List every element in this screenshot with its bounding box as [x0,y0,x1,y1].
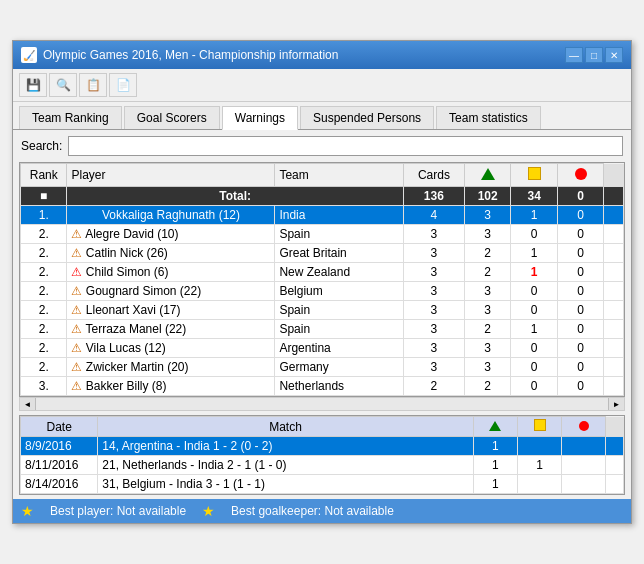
player-cell: ⚠ Catlin Nick (26) [67,244,275,263]
toolbar: 💾 🔍 📋 📄 [13,69,631,102]
bottom-col-match: Match [98,417,473,437]
cards-cell: 3 [403,339,464,358]
cards-cell: 3 [403,225,464,244]
red-cell: 0 [557,206,603,225]
yellow-cell: 0 [511,377,557,396]
table-row[interactable]: 2. ⚠ Terraza Manel (22) Spain 3 2 1 0 [21,320,624,339]
tab-goal-scorers[interactable]: Goal Scorers [124,106,220,129]
yellow-cell: 1 [511,244,557,263]
bottom-col-green [473,417,517,437]
col-rank-header: Rank [21,164,67,187]
team-cell: Great Britain [275,244,403,263]
search-input[interactable] [68,136,623,156]
table-row[interactable]: 2. ⚠ Gougnard Simon (22) Belgium 3 3 0 0 [21,282,624,301]
rank-cell: 2. [21,282,67,301]
status-bar: ★ Best player: Not available ★ Best goal… [13,499,631,523]
table-row[interactable]: 2. ⚠ Vila Lucas (12) Argentina 3 3 0 0 [21,339,624,358]
bottom-scroll [606,456,624,475]
table-row[interactable]: 2. ⚠ Child Simon (6) New Zealand 3 2 1 0 [21,263,624,282]
yellow-cell: 0 [511,301,557,320]
table-row[interactable]: 2. ⚠ Lleonart Xavi (17) Spain 3 3 0 0 [21,301,624,320]
table-row[interactable]: 3. ⚠ Bakker Billy (8) Netherlands 2 2 0 … [21,377,624,396]
red-cell: 0 [557,244,603,263]
bottom-match: 21, Netherlands - India 2 - 1 (1 - 0) [98,456,473,475]
bottom-col-date: Date [21,417,98,437]
total-label: Total: [67,187,403,206]
close-button[interactable]: ✕ [605,47,623,63]
col-green-header [464,164,510,187]
tab-team-ranking[interactable]: Team Ranking [19,106,122,129]
rank-cell: 2. [21,301,67,320]
player-cell: Vokkaliga Raghunath (12) [67,206,275,225]
search-button[interactable]: 🔍 [49,73,77,97]
team-cell: Spain [275,225,403,244]
rank-cell: 2. [21,225,67,244]
star-icon-2: ★ [202,503,215,519]
scroll-cell [604,301,624,320]
player-cell: ⚠ Gougnard Simon (22) [67,282,275,301]
red-cell: 0 [557,358,603,377]
green-cell: 3 [464,301,510,320]
maximize-button[interactable]: □ [585,47,603,63]
bottom-date: 8/9/2016 [21,437,98,456]
col-cards-header: Cards [403,164,464,187]
table-row[interactable]: 2. ⚠ Zwicker Martin (20) Germany 3 3 0 0 [21,358,624,377]
team-cell: Spain [275,301,403,320]
scroll-cell [604,206,624,225]
table-row[interactable]: 2. ⚠ Catlin Nick (26) Great Britain 3 2 … [21,244,624,263]
save-button[interactable]: 💾 [19,73,47,97]
cards-cell: 3 [403,358,464,377]
main-window: 🏑 Olympic Games 2016, Men - Championship… [12,40,632,524]
minimize-button[interactable]: — [565,47,583,63]
team-cell: Belgium [275,282,403,301]
tab-bar: Team Ranking Goal Scorers Warnings Suspe… [13,102,631,130]
green-cell: 2 [464,320,510,339]
rank-cell: 2. [21,263,67,282]
cards-cell: 3 [403,263,464,282]
bottom-yellow: 1 [517,456,561,475]
green-cell: 3 [464,206,510,225]
scroll-cell [604,358,624,377]
bottom-yellow [517,437,561,456]
best-player-text: Best player: Not available [50,504,186,518]
total-expand: ■ [21,187,67,206]
player-cell: ⚠ Child Simon (6) [67,263,275,282]
h-scrollbar[interactable]: ◄ ► [19,397,625,411]
bottom-date: 8/11/2016 [21,456,98,475]
window-icon: 🏑 [21,47,37,63]
tab-suspended-persons[interactable]: Suspended Persons [300,106,434,129]
search-bar: Search: [13,130,631,162]
table-row[interactable]: 2. ⚠ Alegre David (10) Spain 3 3 0 0 [21,225,624,244]
rank-cell: 2. [21,244,67,263]
cards-cell: 4 [403,206,464,225]
table-row[interactable]: 1. Vokkaliga Raghunath (12) India 4 3 1 … [21,206,624,225]
bottom-table-row[interactable]: 8/11/2016 21, Netherlands - India 2 - 1 … [21,456,624,475]
title-buttons: — □ ✕ [565,47,623,63]
table-header-row: Rank Player Team Cards [21,164,624,187]
yellow-cell: 1 [511,263,557,282]
tab-team-statistics[interactable]: Team statistics [436,106,541,129]
h-scroll-left[interactable]: ◄ [20,398,36,410]
total-red: 0 [557,187,603,206]
bottom-table-row[interactable]: 8/14/2016 31, Belgium - India 3 - 1 (1 -… [21,475,624,494]
team-cell: India [275,206,403,225]
bottom-date: 8/14/2016 [21,475,98,494]
team-cell: Netherlands [275,377,403,396]
cards-cell: 3 [403,301,464,320]
h-scroll-right[interactable]: ► [608,398,624,410]
bottom-table-row[interactable]: 8/9/2016 14, Argentina - India 1 - 2 (0 … [21,437,624,456]
tab-warnings[interactable]: Warnings [222,106,298,130]
yellow-cell: 0 [511,225,557,244]
team-cell: Spain [275,320,403,339]
yellow-cell: 1 [511,206,557,225]
print-button[interactable]: 📄 [109,73,137,97]
main-table-wrapper: Rank Player Team Cards ■ Total: 136 102 [19,162,625,397]
green-cell: 2 [464,263,510,282]
green-cell: 2 [464,244,510,263]
window-title: Olympic Games 2016, Men - Championship i… [43,48,338,62]
player-cell: ⚠ Lleonart Xavi (17) [67,301,275,320]
player-cell: ⚠ Vila Lucas (12) [67,339,275,358]
cards-cell: 3 [403,320,464,339]
copy-button[interactable]: 📋 [79,73,107,97]
bottom-table: Date Match 8/9/2016 14, Argentina - Indi… [20,416,624,494]
